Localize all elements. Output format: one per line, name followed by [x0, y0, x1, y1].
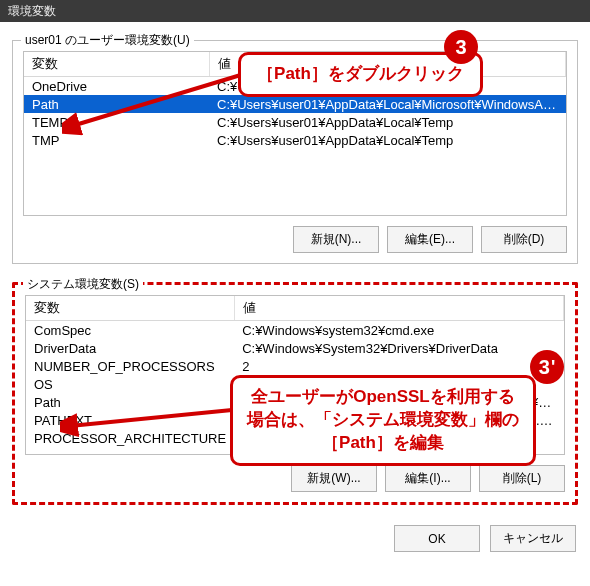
var-name: Path: [26, 393, 234, 411]
system-buttons-row: 新規(W)... 編集(I)... 削除(L): [25, 465, 565, 492]
var-name: DriverData: [26, 339, 234, 357]
table-row[interactable]: NUMBER_OF_PROCESSORS 2: [26, 357, 564, 375]
table-row[interactable]: DriverData C:¥Windows¥System32¥Drivers¥D…: [26, 339, 564, 357]
table-row[interactable]: ComSpec C:¥Windows¥system32¥cmd.exe: [26, 321, 564, 340]
user-buttons-row: 新規(N)... 編集(E)... 削除(D): [23, 226, 567, 253]
system-col-variable[interactable]: 変数: [26, 296, 234, 321]
var-value: C:¥Users¥user01¥AppData¥Local¥Microsoft¥…: [209, 95, 566, 113]
table-row[interactable]: TMP C:¥Users¥user01¥AppData¥Local¥Temp: [24, 131, 566, 149]
var-name: NUMBER_OF_PROCESSORS: [26, 357, 234, 375]
var-value: 2: [234, 357, 563, 375]
var-name: Path: [24, 95, 209, 113]
table-row[interactable]: Path C:¥Users¥user01¥AppData¥Local¥Micro…: [24, 95, 566, 113]
window-title: 環境変数: [8, 4, 56, 18]
callout-step3: ［Path］をダブルクリック: [238, 52, 483, 97]
var-value: C:¥Users¥user01¥AppData¥Local¥Temp: [209, 131, 566, 149]
system-edit-button[interactable]: 編集(I)...: [385, 465, 471, 492]
badge-step3-prime-number: 3: [539, 356, 550, 379]
callout-step3-text: ［Path］をダブルクリック: [257, 64, 464, 83]
user-edit-button[interactable]: 編集(E)...: [387, 226, 473, 253]
table-row[interactable]: TEMP C:¥Users¥user01¥AppData¥Local¥Temp: [24, 113, 566, 131]
user-group-legend: user01 のユーザー環境変数(U): [21, 32, 194, 49]
var-name: PROCESSOR_ARCHITECTURE: [26, 429, 234, 447]
var-name: OneDrive: [24, 77, 209, 96]
user-new-button[interactable]: 新規(N)...: [293, 226, 379, 253]
cancel-button[interactable]: キャンセル: [490, 525, 576, 552]
title-bar: 環境変数: [0, 0, 590, 22]
var-name: PATHEXT: [26, 411, 234, 429]
user-col-variable[interactable]: 変数: [24, 52, 209, 77]
system-new-button[interactable]: 新規(W)...: [291, 465, 377, 492]
var-value: C:¥Windows¥System32¥Drivers¥DriverData: [234, 339, 563, 357]
badge-step3-prime: 3: [530, 350, 564, 384]
user-delete-button[interactable]: 削除(D): [481, 226, 567, 253]
ok-button[interactable]: OK: [394, 525, 480, 552]
badge-step3-number: 3: [455, 36, 466, 59]
var-name: OS: [26, 375, 234, 393]
var-name: TMP: [24, 131, 209, 149]
callout-step3-prime: 全ユーザーがOpenSSLを利用する場合は、「システム環境変数」欄の［Path］…: [230, 375, 536, 466]
var-name: ComSpec: [26, 321, 234, 340]
system-group-legend: システム環境変数(S): [23, 276, 143, 293]
badge-step3: 3: [444, 30, 478, 64]
system-col-value[interactable]: 値: [234, 296, 563, 321]
var-value: C:¥Users¥user01¥AppData¥Local¥Temp: [209, 113, 566, 131]
var-name: TEMP: [24, 113, 209, 131]
callout-step3-prime-text: 全ユーザーがOpenSSLを利用する場合は、「システム環境変数」欄の［Path］…: [247, 387, 519, 452]
var-value: C:¥Windows¥system32¥cmd.exe: [234, 321, 563, 340]
dialog-footer: OK キャンセル: [12, 511, 578, 552]
dialog-body: user01 のユーザー環境変数(U) 変数 値 OneDrive C:¥Use…: [0, 22, 590, 586]
system-delete-button[interactable]: 削除(L): [479, 465, 565, 492]
